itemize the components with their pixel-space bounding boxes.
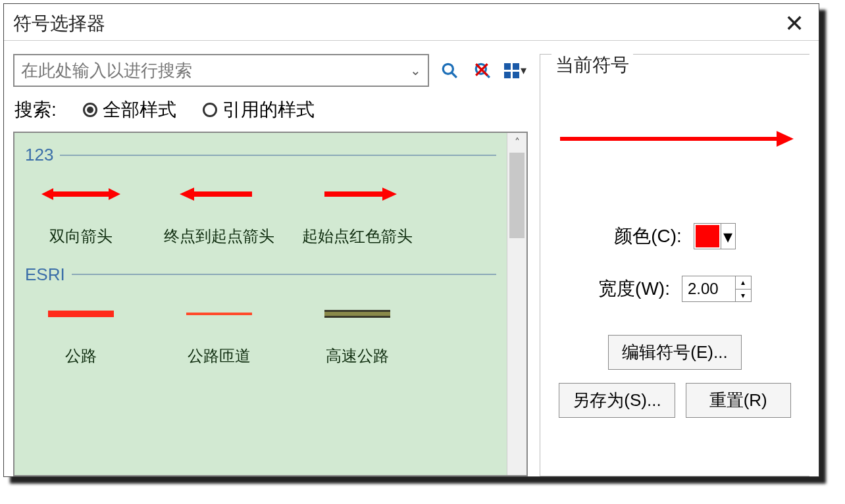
- clear-search-icon[interactable]: [470, 58, 495, 83]
- chevron-down-icon[interactable]: ▾: [721, 224, 735, 249]
- group-header-esri: ESRI: [25, 265, 496, 285]
- symbol-item-label: 公路: [65, 347, 97, 366]
- radio-all-styles-label: 全部样式: [103, 97, 176, 122]
- svg-marker-10: [180, 188, 194, 201]
- symbol-item-label: 双向箭头: [49, 227, 113, 246]
- symbol-gallery: 123 双向箭头: [14, 133, 507, 475]
- spinner-down-icon[interactable]: ▾: [736, 290, 751, 302]
- left-arrow-icon: [163, 174, 275, 214]
- radio-icon: [83, 103, 97, 117]
- symbol-item-highway-ramp[interactable]: 公路匝道: [163, 294, 275, 366]
- width-label: 宽度(W):: [598, 276, 670, 301]
- symbol-item-label: 公路匝道: [188, 347, 251, 366]
- road-cased-icon: [301, 294, 413, 334]
- svg-marker-8: [109, 188, 120, 200]
- current-symbol-legend: 当前符号: [551, 53, 633, 78]
- road-thick-icon: [25, 294, 137, 334]
- road-thin-icon: [163, 294, 275, 334]
- symbol-preview: [540, 66, 809, 211]
- svg-point-0: [443, 64, 453, 74]
- search-input[interactable]: [21, 61, 410, 81]
- svg-marker-12: [382, 188, 397, 201]
- symbol-item-highway[interactable]: 公路: [25, 294, 137, 366]
- scroll-thumb[interactable]: [509, 153, 525, 238]
- search-icon[interactable]: [437, 58, 462, 83]
- symbol-item-label: 终点到起点箭头: [164, 227, 274, 246]
- symbol-item-label: 起始点红色箭头: [302, 227, 413, 246]
- double-arrow-icon: [25, 174, 137, 214]
- close-icon[interactable]: ✕: [779, 10, 809, 38]
- radio-referenced-styles[interactable]: 引用的样式: [203, 97, 315, 122]
- scroll-up-icon[interactable]: ˄: [507, 133, 526, 151]
- edit-symbol-button[interactable]: 编辑符号(E)...: [608, 335, 741, 370]
- titlebar: 符号选择器 ✕: [4, 4, 819, 41]
- search-combo[interactable]: ⌄: [13, 54, 429, 87]
- svg-line-1: [451, 72, 457, 78]
- symbol-selector-window: 符号选择器 ✕ ⌄ ▾ 搜索:: [3, 3, 819, 477]
- save-as-button[interactable]: 另存为(S)...: [559, 383, 675, 418]
- radio-all-styles[interactable]: 全部样式: [83, 97, 176, 122]
- width-input[interactable]: [682, 276, 735, 301]
- chevron-down-icon[interactable]: ⌄: [410, 63, 421, 78]
- group-header-123: 123: [25, 145, 496, 165]
- radio-referenced-styles-label: 引用的样式: [222, 97, 315, 122]
- search-filter-label: 搜索:: [14, 97, 57, 122]
- symbol-item-start-red-arrow[interactable]: 起始点红色箭头: [301, 174, 413, 246]
- right-pane: 当前符号 颜色(C): ▾: [540, 54, 809, 476]
- group-label: 123: [25, 145, 53, 165]
- svg-marker-7: [41, 188, 53, 200]
- symbol-item-expressway[interactable]: 高速公路: [301, 294, 413, 366]
- view-mode-icon[interactable]: ▾: [503, 58, 528, 83]
- color-label: 颜色(C):: [614, 224, 682, 249]
- color-swatch: [694, 224, 721, 249]
- group-label: ESRI: [25, 265, 65, 285]
- color-picker[interactable]: ▾: [694, 223, 736, 249]
- symbol-item-double-arrow[interactable]: 双向箭头: [25, 174, 137, 246]
- right-arrow-icon: [301, 174, 413, 214]
- symbol-item-end-to-start-arrow[interactable]: 终点到起点箭头: [163, 174, 275, 246]
- radio-icon: [203, 103, 217, 117]
- reset-button[interactable]: 重置(R): [686, 383, 791, 418]
- window-title: 符号选择器: [13, 11, 105, 36]
- width-spinner[interactable]: ▴ ▾: [682, 276, 752, 302]
- svg-marker-18: [777, 131, 794, 147]
- preview-arrow-icon: [557, 126, 794, 152]
- gallery-scrollbar[interactable]: ˄: [507, 133, 526, 475]
- spinner-up-icon[interactable]: ▴: [736, 276, 751, 290]
- left-pane: ⌄ ▾ 搜索: 全部样式: [13, 54, 528, 476]
- symbol-item-label: 高速公路: [326, 347, 389, 366]
